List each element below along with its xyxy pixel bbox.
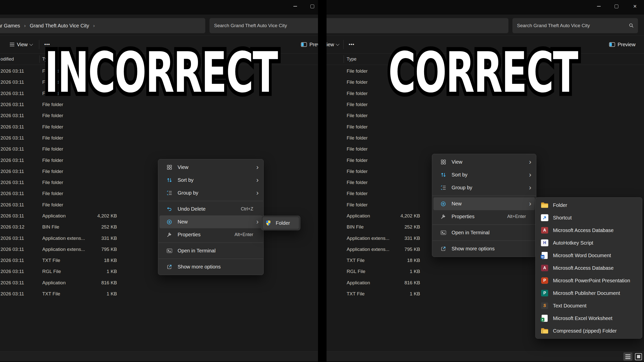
file-type: BIN File [347, 224, 364, 230]
submenu-item[interactable]: A Microsoft Access Database [537, 262, 641, 274]
file-row[interactable]: 2026 03:11 File folder [322, 121, 644, 132]
status-bar [0, 351, 322, 361]
file-size: 18 KB [378, 258, 420, 263]
context-menu-item[interactable]: Group by › [433, 181, 535, 194]
publisher-icon: P [540, 290, 549, 296]
chevron-right-icon: › [529, 201, 531, 206]
file-row[interactable]: 2026 03:11 TXT File 1 KB [0, 288, 322, 299]
context-menu-item[interactable]: Sort by › [159, 174, 262, 187]
file-row[interactable]: 2026 03:11 File folder [0, 77, 322, 88]
breadcrumb-item[interactable]: Grand Theft Auto Vice City [30, 23, 89, 29]
file-type: Application [347, 213, 370, 219]
file-row[interactable]: 2026 03:11 File folder [322, 77, 644, 88]
search-input[interactable] [210, 18, 327, 33]
plus-circle-icon [440, 201, 446, 207]
file-row[interactable]: 2026 03:11 File folder [0, 132, 322, 144]
submenu-item[interactable]: A Microsoft Access Database [537, 224, 641, 237]
file-size: 816 KB [75, 280, 117, 286]
more-options-button[interactable]: ••• [43, 39, 52, 50]
maximize-button[interactable] [305, 2, 320, 11]
column-header-type[interactable]: Type [42, 54, 52, 65]
chevron-down-icon [29, 42, 33, 46]
context-menu-item[interactable]: Sort by › [433, 168, 535, 181]
minimize-button[interactable] [591, 2, 606, 11]
file-type: File folder [42, 202, 63, 208]
file-row[interactable]: 2026 03:11 Application 816 KB [0, 277, 322, 288]
maximize-button[interactable] [609, 2, 624, 11]
file-date: 2026 03:11 [1, 236, 24, 241]
context-menu-item[interactable]: View › [159, 161, 262, 174]
search-input[interactable] [512, 18, 638, 33]
submenu-item[interactable]: P Microsoft PowerPoint Presentation [537, 274, 641, 287]
access2-icon: A [540, 265, 549, 271]
submenu-item[interactable]: X Microsoft Excel Worksheet [537, 312, 641, 325]
submenu-item[interactable]: P Microsoft Publisher Document [537, 287, 641, 299]
submenu-item[interactable]: W Microsoft Word Document [537, 249, 641, 262]
context-menu-item[interactable]: New › [433, 197, 535, 210]
file-type: RGL File [42, 269, 61, 274]
file-row[interactable]: 2026 03:11 File folder [0, 99, 322, 110]
maximize-icon [615, 5, 618, 8]
close-button[interactable]: × [627, 2, 642, 11]
access-icon: A [540, 227, 549, 234]
column-separator[interactable] [344, 55, 344, 63]
file-date: 2026 03:11 [1, 191, 24, 196]
context-menu-item[interactable]: Properties Alt+Enter › [159, 228, 262, 241]
context-menu-item[interactable]: Open in Terminal › [433, 226, 535, 239]
submenu-item[interactable]: S Text Document [537, 299, 641, 312]
more-options-button[interactable]: ••• [347, 39, 356, 50]
context-menu-item[interactable]: Group by › [159, 187, 262, 199]
details-view-toggle[interactable] [623, 352, 632, 361]
submenu-item[interactable]: H AutoHotkey Script [537, 237, 641, 249]
column-separator[interactable] [39, 55, 40, 63]
file-row[interactable]: 2026 03:11 File folder [322, 132, 644, 144]
file-size: 252 KB [75, 224, 117, 230]
file-row[interactable]: 2026 03:11 File folder [322, 99, 644, 110]
new-submenu: Folder [261, 216, 300, 230]
status-bar [322, 351, 644, 361]
file-row[interactable]: 2026 03:11 File folder [322, 144, 644, 155]
file-row[interactable]: 2026 03:11 File folder [0, 144, 322, 155]
file-row[interactable]: 2026 03:11 File folder [0, 66, 322, 77]
file-row[interactable]: 2026 03:11 File folder [0, 110, 322, 121]
column-header-type[interactable]: Type [347, 54, 356, 65]
toolbar-separator [343, 40, 344, 49]
column-header-modified[interactable]: odified [1, 54, 14, 65]
file-type: File folder [347, 169, 368, 174]
submenu-item[interactable]: Shortcut [537, 211, 641, 224]
powerpoint-icon: P [540, 277, 549, 284]
file-row[interactable]: 2026 03:11 File folder [322, 88, 644, 99]
breadcrumb[interactable] [317, 18, 508, 33]
view-button[interactable]: View [8, 39, 34, 50]
context-menu-item[interactable]: New › [159, 215, 262, 228]
breadcrumb[interactable]: ar Games › Grand Theft Auto Vice City › [0, 18, 205, 33]
file-date: 2026 03:11 [1, 68, 24, 74]
context-menu-item[interactable]: Undo Delete Ctrl+Z › [159, 203, 262, 215]
submenu-item[interactable]: Folder [537, 199, 641, 211]
file-type: Application [42, 213, 66, 219]
preview-toggle-button[interactable]: Preview [608, 39, 637, 50]
file-date: 2026 03:11 [1, 258, 24, 263]
ellipsis-icon: ••• [44, 42, 50, 47]
context-menu-item[interactable]: Show more options › [159, 260, 262, 273]
file-row[interactable]: 2026 03:11 File folder [322, 110, 644, 121]
split-divider [318, 0, 327, 362]
context-menu-item[interactable]: Open in Terminal › [159, 244, 262, 257]
address-bar-row: ar Games › Grand Theft Auto Vice City › [0, 15, 322, 36]
file-row[interactable]: 2026 03:11 File folder [0, 88, 322, 99]
submenu-item[interactable]: Compressed (zipped) Folder [537, 325, 641, 337]
context-menu-item[interactable]: View › [433, 156, 535, 168]
excel-icon: X [540, 315, 549, 322]
context-menu-item[interactable]: Show more options › [433, 242, 535, 255]
file-type: TXT File [347, 258, 365, 263]
context-menu: View › Sort by › Group by › Undo Delete … [158, 159, 264, 275]
breadcrumb-item[interactable]: ar Games [0, 23, 20, 29]
submenu-item[interactable]: Folder [263, 217, 299, 229]
minimize-button[interactable] [288, 2, 303, 11]
search-icon[interactable] [629, 23, 634, 28]
context-menu-item[interactable]: Properties Alt+Enter › [433, 210, 535, 223]
menu-divider [158, 201, 263, 201]
large-icons-view-toggle[interactable] [634, 352, 643, 361]
file-row[interactable]: 2026 03:11 File folder [322, 66, 644, 77]
file-row[interactable]: 2026 03:11 File folder [0, 121, 322, 132]
